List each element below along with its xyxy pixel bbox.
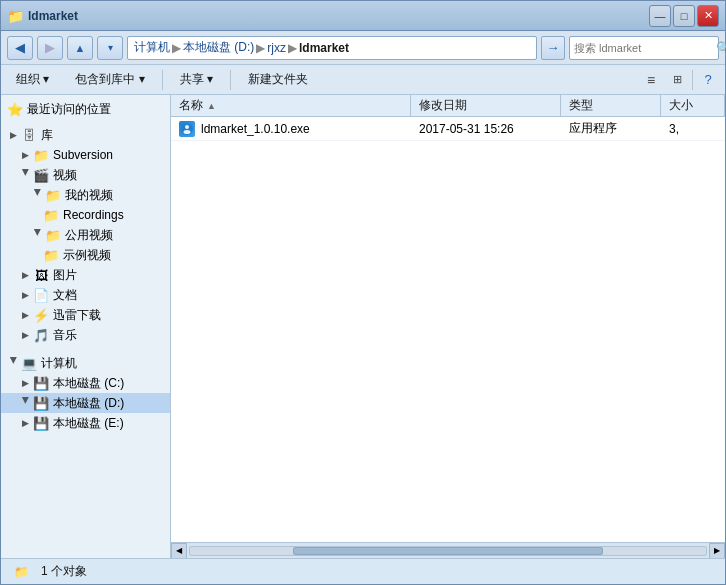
sidebar-item-documents[interactable]: ▶ 📄 文档: [1, 285, 170, 305]
file-size-cell: 3,: [661, 117, 725, 140]
svg-point-2: [184, 130, 191, 134]
breadcrumb-rjxz[interactable]: rjxz: [267, 41, 286, 55]
hscroll-track[interactable]: [189, 546, 707, 556]
table-row[interactable]: ldmarket_1.0.10.exe 2017-05-31 15:26 应用程…: [171, 117, 725, 141]
sample-video-icon: 📁: [43, 247, 59, 263]
col-header-type[interactable]: 类型: [561, 95, 661, 116]
main-area: ⭐ 最近访问的位置 ▶ 🗄 库 ▶ 📁 Subversion ▶ 🎬 视: [1, 95, 725, 558]
organize-button[interactable]: 组织 ▾: [7, 68, 58, 92]
expand-arrow-music: ▶: [19, 329, 31, 341]
view-tiles-button[interactable]: ⊞: [666, 69, 688, 91]
my-video-icon: 📁: [45, 187, 61, 203]
hscroll-thumb[interactable]: [293, 547, 603, 555]
close-button[interactable]: ✕: [697, 5, 719, 27]
computer-icon: 💻: [21, 355, 37, 371]
col-header-date[interactable]: 修改日期: [411, 95, 561, 116]
hscroll-left-button[interactable]: ◀: [171, 543, 187, 559]
expand-arrow-thunder: ▶: [19, 309, 31, 321]
sidebar-item-pictures[interactable]: ▶ 🖼 图片: [1, 265, 170, 285]
toolbar: 组织 ▾ 包含到库中 ▾ 共享 ▾ 新建文件夹 ≡ ⊞ ?: [1, 65, 725, 95]
col-header-size[interactable]: 大小: [661, 95, 725, 116]
recent-icon: ⭐: [7, 101, 23, 117]
file-list: ldmarket_1.0.10.exe 2017-05-31 15:26 应用程…: [171, 117, 725, 542]
sidebar-item-local-d[interactable]: ▶ 💾 本地磁盘 (D:): [1, 393, 170, 413]
sidebar-item-recordings[interactable]: 📁 Recordings: [1, 205, 170, 225]
sidebar-item-public-video[interactable]: ▶ 📁 公用视频: [1, 225, 170, 245]
sidebar-item-my-video[interactable]: ▶ 📁 我的视频: [1, 185, 170, 205]
public-video-icon: 📁: [45, 227, 61, 243]
sidebar-item-local-e[interactable]: ▶ 💾 本地磁盘 (E:): [1, 413, 170, 433]
new-folder-button[interactable]: 新建文件夹: [239, 68, 317, 92]
file-type-cell: 应用程序: [561, 117, 661, 140]
file-date-cell: 2017-05-31 15:26: [411, 117, 561, 140]
hscroll-right-button[interactable]: ▶: [709, 543, 725, 559]
breadcrumb: 计算机 ▶ 本地磁盘 (D:) ▶ rjxz ▶ ldmarket: [127, 36, 537, 60]
go-button[interactable]: →: [541, 36, 565, 60]
expand-arrow-documents: ▶: [19, 289, 31, 301]
sidebar-item-video[interactable]: ▶ 🎬 视频: [1, 165, 170, 185]
status-bar: 📁 1 个对象: [1, 558, 725, 584]
sidebar-item-thunder[interactable]: ▶ ⚡ 迅雷下载: [1, 305, 170, 325]
address-bar: ◀ ▶ ▲ ▾ 计算机 ▶ 本地磁盘 (D:) ▶ rjxz ▶ ldmarke…: [1, 31, 725, 65]
sort-arrow: ▲: [207, 101, 216, 111]
window-icon: 📁: [7, 8, 24, 24]
breadcrumb-current: ldmarket: [299, 41, 349, 55]
expand-arrow-subversion: ▶: [19, 149, 31, 161]
expand-arrow-pictures: ▶: [19, 269, 31, 281]
video-icon: 🎬: [33, 167, 49, 183]
sidebar-item-music[interactable]: ▶ 🎵 音乐: [1, 325, 170, 345]
documents-icon: 📄: [33, 287, 49, 303]
status-count: 1 个对象: [41, 563, 87, 580]
sidebar-item-computer[interactable]: ▶ 💻 计算机: [1, 353, 170, 373]
window: 📁 ldmarket — □ ✕ ◀ ▶ ▲ ▾ 计算机 ▶ 本地磁盘 (D:)…: [0, 0, 726, 585]
expand-arrow-my-video: ▶: [31, 189, 43, 201]
pictures-icon: 🖼: [33, 267, 49, 283]
search-icon[interactable]: 🔍: [716, 41, 726, 55]
view-details-button[interactable]: ≡: [640, 69, 662, 91]
window-title: ldmarket: [28, 9, 78, 23]
up-button[interactable]: ▲: [67, 36, 93, 60]
expand-arrow-library: ▶: [7, 129, 19, 141]
col-header-name[interactable]: 名称 ▲: [171, 95, 411, 116]
expand-arrow-public-video: ▶: [31, 229, 43, 241]
recent-button[interactable]: ▾: [97, 36, 123, 60]
status-folder-icon: 📁: [11, 562, 31, 582]
toolbar-separator-2: [230, 70, 231, 90]
toolbar-sep-3: [692, 70, 693, 90]
svg-point-1: [185, 125, 189, 129]
expand-arrow-local-d: ▶: [19, 397, 31, 409]
expand-arrow-local-c: ▶: [19, 377, 31, 389]
sidebar-item-library[interactable]: ▶ 🗄 库: [1, 125, 170, 145]
toolbar-separator: [162, 70, 163, 90]
library-icon: 🗄: [21, 127, 37, 143]
back-button[interactable]: ◀: [7, 36, 33, 60]
horizontal-scrollbar: ◀ ▶: [171, 542, 725, 558]
sidebar-item-recent[interactable]: ⭐ 最近访问的位置: [1, 99, 170, 119]
local-d-icon: 💾: [33, 395, 49, 411]
minimize-button[interactable]: —: [649, 5, 671, 27]
maximize-button[interactable]: □: [673, 5, 695, 27]
local-e-icon: 💾: [33, 415, 49, 431]
thunder-icon: ⚡: [33, 307, 49, 323]
subversion-icon: 📁: [33, 147, 49, 163]
file-name-cell: ldmarket_1.0.10.exe: [171, 117, 411, 140]
title-bar: 📁 ldmarket — □ ✕: [1, 1, 725, 31]
sidebar: ⭐ 最近访问的位置 ▶ 🗄 库 ▶ 📁 Subversion ▶ 🎬 视: [1, 95, 171, 558]
local-c-icon: 💾: [33, 375, 49, 391]
music-icon: 🎵: [33, 327, 49, 343]
sidebar-item-subversion[interactable]: ▶ 📁 Subversion: [1, 145, 170, 165]
file-list-header: 名称 ▲ 修改日期 类型 大小: [171, 95, 725, 117]
expand-arrow-local-e: ▶: [19, 417, 31, 429]
include-library-button[interactable]: 包含到库中 ▾: [66, 68, 153, 92]
help-button[interactable]: ?: [697, 69, 719, 91]
forward-button[interactable]: ▶: [37, 36, 63, 60]
expand-arrow-video: ▶: [19, 169, 31, 181]
sidebar-item-local-c[interactable]: ▶ 💾 本地磁盘 (C:): [1, 373, 170, 393]
sidebar-item-sample-video[interactable]: 📁 示例视频: [1, 245, 170, 265]
exe-icon: [179, 121, 195, 137]
search-input[interactable]: [574, 42, 712, 54]
share-button[interactable]: 共享 ▾: [171, 68, 222, 92]
file-area: 名称 ▲ 修改日期 类型 大小: [171, 95, 725, 558]
breadcrumb-d[interactable]: 本地磁盘 (D:): [183, 39, 254, 56]
breadcrumb-computer[interactable]: 计算机: [134, 39, 170, 56]
